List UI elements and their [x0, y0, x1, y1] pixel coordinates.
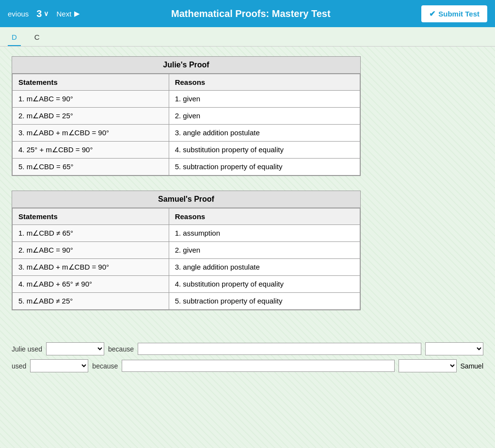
- table-row: 2. m∠ABC = 90° 2. given: [13, 242, 360, 259]
- statement-cell: 4. 25° + m∠CBD = 90°: [13, 142, 169, 159]
- julies-proof-title: Julie's Proof: [12, 57, 360, 74]
- tab-bar: D C: [0, 27, 495, 47]
- statement-cell: 3. m∠ABD + m∠CBD = 90°: [13, 259, 169, 276]
- julie-used-label: Julie used: [12, 345, 42, 353]
- samuel-label: Samuel: [461, 362, 483, 370]
- reason-cell: 3. angle addition postulate: [169, 259, 360, 276]
- samuels-proof-table: Statements Reasons 1. m∠CBD ≠ 65° 1. ass…: [12, 208, 360, 310]
- top-navbar: evious 3 ∨ Next ▶ Mathematical Proofs: M…: [0, 0, 495, 27]
- samuels-proof-title: Samuel's Proof: [12, 191, 360, 208]
- because-label-1: because: [108, 345, 134, 353]
- julie-bottom-row: Julie used because: [12, 342, 483, 355]
- julie-reason-dropdown[interactable]: [425, 342, 483, 355]
- reason-cell: 1. given: [169, 91, 360, 108]
- previous-label: evious: [8, 10, 29, 18]
- next-button[interactable]: Next ▶: [56, 9, 80, 18]
- statement-cell: 4. m∠ABD + 65° ≠ 90°: [13, 276, 169, 293]
- table-row: 5. m∠CBD = 65° 5. subtraction property o…: [13, 159, 360, 176]
- reason-cell: 2. given: [169, 108, 360, 125]
- main-content: Julie's Proof Statements Reasons 1. m∠AB…: [0, 47, 378, 335]
- check-icon: ✔: [429, 9, 435, 18]
- statement-cell: 5. m∠CBD = 65°: [13, 159, 169, 176]
- julies-proof-container: Julie's Proof Statements Reasons 1. m∠AB…: [12, 56, 361, 176]
- table-row: 1. m∠CBD ≠ 65° 1. assumption: [13, 225, 360, 242]
- reason-cell: 4. substitution property of equality: [169, 142, 360, 159]
- previous-button[interactable]: evious: [8, 10, 29, 18]
- statement-cell: 1. m∠CBD ≠ 65°: [13, 225, 169, 242]
- samuels-header-row: Statements Reasons: [13, 208, 360, 225]
- tab-c[interactable]: C: [31, 31, 44, 46]
- samuel-used-label: used: [12, 362, 26, 370]
- julies-reasons-header: Reasons: [169, 74, 360, 91]
- page-title: Mathematical Proofs: Mastery Test: [88, 8, 414, 19]
- tab-d[interactable]: D: [8, 31, 21, 46]
- statement-cell: 3. m∠ABD + m∠CBD = 90°: [13, 125, 169, 142]
- samuel-method-dropdown[interactable]: [30, 359, 88, 372]
- samuels-proof-container: Samuel's Proof Statements Reasons 1. m∠C…: [12, 191, 361, 310]
- samuel-bottom-row: used because Samuel: [12, 359, 483, 372]
- statement-cell: 1. m∠ABC = 90°: [13, 91, 169, 108]
- submit-label: Submit Test: [438, 10, 479, 18]
- next-label: Next: [56, 10, 71, 18]
- submit-test-button[interactable]: ✔ Submit Test: [421, 5, 487, 22]
- table-row: 4. 25° + m∠CBD = 90° 4. substitution pro…: [13, 142, 360, 159]
- statement-cell: 2. m∠ABC = 90°: [13, 242, 169, 259]
- reason-cell: 4. substitution property of equality: [169, 276, 360, 293]
- reason-cell: 5. subtraction property of equality: [169, 293, 360, 310]
- table-row: 3. m∠ABD + m∠CBD = 90° 3. angle addition…: [13, 259, 360, 276]
- reason-cell: 2. given: [169, 242, 360, 259]
- statement-cell: 2. m∠ABD = 25°: [13, 108, 169, 125]
- table-row: 4. m∠ABD + 65° ≠ 90° 4. substitution pro…: [13, 276, 360, 293]
- julies-proof-table: Statements Reasons 1. m∠ABC = 90° 1. giv…: [12, 74, 360, 176]
- reason-cell: 1. assumption: [169, 225, 360, 242]
- table-row: 2. m∠ABD = 25° 2. given: [13, 108, 360, 125]
- julies-statements-header: Statements: [13, 74, 169, 91]
- julies-header-row: Statements Reasons: [13, 74, 360, 91]
- table-row: 3. m∠ABD + m∠CBD = 90° 3. angle addition…: [13, 125, 360, 142]
- samuel-reason-dropdown[interactable]: [399, 359, 457, 372]
- because-label-2: because: [92, 362, 118, 370]
- table-row: 5. m∠ABD ≠ 25° 5. subtraction property o…: [13, 293, 360, 310]
- table-row: 1. m∠ABC = 90° 1. given: [13, 91, 360, 108]
- statement-cell: 5. m∠ABD ≠ 25°: [13, 293, 169, 310]
- question-number: 3 ∨: [36, 8, 48, 19]
- julie-reason-input[interactable]: [138, 343, 421, 355]
- samuels-statements-header: Statements: [13, 208, 169, 225]
- julie-method-dropdown[interactable]: [46, 342, 104, 355]
- bottom-section: Julie used because used because Samuel: [0, 335, 495, 380]
- next-icon: ▶: [74, 9, 80, 18]
- samuel-reason-input[interactable]: [122, 360, 394, 372]
- reason-cell: 5. subtraction property of equality: [169, 159, 360, 176]
- chevron-down-icon[interactable]: ∨: [44, 10, 48, 17]
- reason-cell: 3. angle addition postulate: [169, 125, 360, 142]
- samuels-reasons-header: Reasons: [169, 208, 360, 225]
